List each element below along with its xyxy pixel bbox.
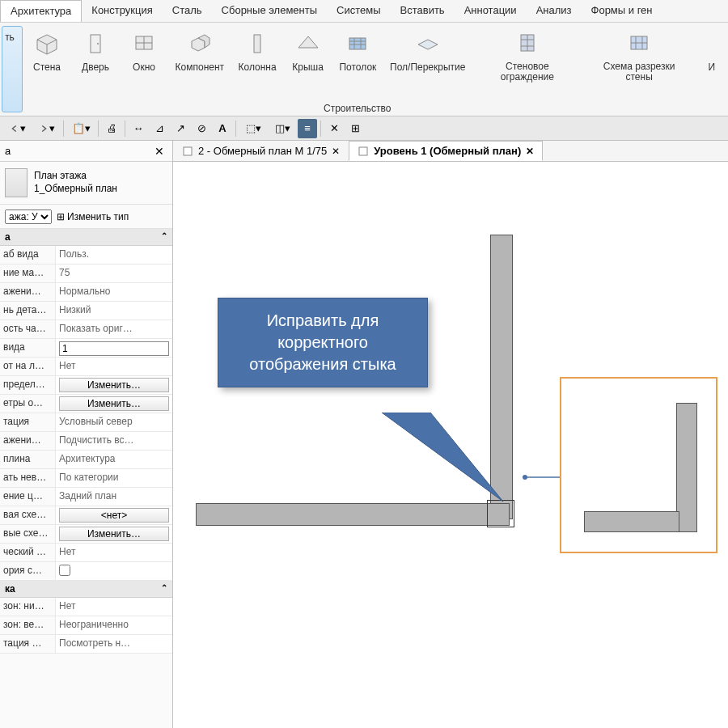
tab-close-button[interactable]: ✕: [332, 146, 340, 157]
curtaingrid-icon: [624, 28, 654, 58]
qat-sectionbox-button[interactable]: ◫▾: [269, 119, 296, 138]
qat-3dview-button[interactable]: ⬚▾: [239, 119, 267, 138]
qat-tag-button[interactable]: ⊘: [192, 119, 211, 138]
property-label: зон: ве…: [0, 616, 55, 634]
menu-systems[interactable]: Системы: [327, 0, 390, 22]
property-value[interactable]: Нет: [55, 598, 172, 616]
property-value[interactable]: Нет: [55, 544, 172, 561]
property-value[interactable]: Архитектура: [55, 451, 172, 468]
menu-annotate[interactable]: Аннотации: [455, 0, 527, 22]
qat-thinlines-button[interactable]: ≡: [298, 119, 317, 138]
property-value[interactable]: Задний план: [55, 488, 172, 506]
property-value[interactable]: [55, 339, 172, 357]
menu-precast[interactable]: Сборные элементы: [212, 0, 327, 22]
property-value[interactable]: Подчистить вс…: [55, 432, 172, 450]
menu-insert[interactable]: Вставить: [391, 0, 455, 22]
ribbon-door-button[interactable]: Дверь: [71, 23, 120, 116]
ribbon-floor-button[interactable]: Пол/Перекрытие: [383, 23, 472, 116]
property-label: зон: ни…: [0, 598, 55, 616]
property-row: ние ма…75: [0, 265, 172, 283]
qat-switch-window-button[interactable]: ⊞: [345, 119, 365, 138]
property-label: ажени…: [0, 432, 55, 450]
property-value[interactable]: По категории: [55, 469, 172, 487]
ribbon-component-button[interactable]: Компонент: [168, 23, 231, 116]
property-checkbox[interactable]: [59, 565, 70, 576]
property-value[interactable]: Нормально: [55, 283, 172, 301]
property-label: ать нев…: [0, 469, 55, 487]
property-label: от на л…: [0, 358, 55, 375]
ribbon-curtaingrid-label: Схема разрезки стены: [590, 61, 687, 83]
property-edit-button[interactable]: Изменить…: [59, 396, 169, 411]
ribbon-ceiling-button[interactable]: Потолок: [332, 23, 384, 116]
qat-text-button[interactable]: A: [213, 119, 232, 138]
edit-type-button[interactable]: ⊞ Изменить тип: [57, 211, 129, 222]
edit-type-icon: ⊞: [57, 211, 65, 222]
tab-level-1[interactable]: Уровень 1 (Обмерный план) ✕: [349, 141, 543, 161]
menu-bar: Архитектура Конструкция Сталь Сборные эл…: [0, 0, 728, 23]
property-edit-button[interactable]: Изменить…: [59, 378, 169, 392]
ribbon-more-button[interactable]: И: [696, 23, 728, 116]
qat-measure-button[interactable]: ↔: [129, 119, 148, 138]
properties-panel: а ✕ План этажа 1_Обмерный план ажа: Урс …: [0, 141, 173, 728]
menu-massing[interactable]: Формы и ген: [582, 0, 662, 22]
callout-pointer-icon: [382, 413, 511, 518]
qat-align-button[interactable]: ⊿: [150, 119, 169, 138]
sheet-icon: [182, 146, 193, 157]
menu-steel[interactable]: Сталь: [163, 0, 212, 22]
qat-separator: [235, 121, 236, 137]
property-value[interactable]: Нет: [55, 358, 172, 375]
properties-type-selector[interactable]: План этажа 1_Обмерный план: [0, 162, 172, 205]
qat-separator: [98, 121, 99, 137]
property-input[interactable]: [59, 341, 169, 356]
drawing-canvas[interactable]: Исправить для корректного отображения ст…: [173, 162, 728, 728]
menu-architecture[interactable]: Архитектура: [0, 0, 82, 22]
ribbon-wall-button[interactable]: Стена: [23, 23, 71, 116]
window-icon: [129, 28, 159, 58]
property-label: ость ча…: [0, 320, 55, 338]
ribbon-modify-button[interactable]: ть: [2, 26, 23, 112]
wall-icon: [32, 28, 62, 58]
qat-line-button[interactable]: ↗: [171, 119, 190, 138]
property-value[interactable]: Условный север: [55, 413, 172, 431]
properties-close-button[interactable]: ✕: [154, 145, 167, 158]
ribbon-roof-button[interactable]: Крыша: [284, 23, 332, 116]
property-value[interactable]: Показать ориг…: [55, 320, 172, 338]
qat-clipboard-button[interactable]: 📋▾: [67, 119, 95, 138]
svg-rect-0: [91, 35, 100, 53]
qat-undo-button[interactable]: ▾: [3, 119, 31, 138]
property-edit-button[interactable]: <нет>: [59, 508, 169, 523]
property-label: нь дета…: [0, 302, 55, 320]
property-value[interactable]: Неограниченно: [55, 616, 172, 634]
ribbon-column-button[interactable]: Колонна: [231, 23, 284, 116]
properties-filter-select[interactable]: ажа: Урс: [5, 210, 52, 224]
property-value[interactable]: Низкий: [55, 302, 172, 320]
plan-icon: [358, 146, 369, 157]
property-value[interactable]: Посмотреть н…: [55, 635, 172, 653]
properties-section-graphics[interactable]: а⌃: [0, 229, 172, 246]
qat-close-hidden-button[interactable]: ✕: [324, 119, 344, 138]
floor-icon: [413, 28, 443, 58]
ribbon-curtaingrid-button[interactable]: Схема разрезки стены: [582, 23, 695, 116]
ribbon-window-button[interactable]: Окно: [120, 23, 168, 116]
property-value[interactable]: Польз.: [55, 246, 172, 264]
ribbon-curtainwall-button[interactable]: Стеновое ограждение: [472, 23, 582, 116]
property-edit-button[interactable]: Изменить…: [59, 527, 169, 541]
more-icon: [696, 28, 727, 58]
tab-plan-2[interactable]: 2 - Обмерный план М 1/75 ✕: [173, 141, 349, 161]
menu-construction[interactable]: Конструкция: [82, 0, 162, 22]
properties-section-extents[interactable]: ка⌃: [0, 581, 172, 598]
property-label: ческий …: [0, 544, 55, 561]
qat-redo-button[interactable]: ▾: [32, 119, 60, 138]
ceiling-icon: [342, 28, 373, 58]
properties-filter-row: ажа: Урс ⊞ Изменить тип: [0, 205, 172, 229]
roof-icon: [293, 28, 324, 58]
property-value[interactable]: 75: [55, 265, 172, 282]
property-label: етры о…: [0, 395, 55, 413]
property-row: вая схе…<нет>: [0, 506, 172, 525]
qat-print-button[interactable]: 🖨: [102, 119, 121, 138]
property-row: вида: [0, 339, 172, 358]
tab-close-button[interactable]: ✕: [526, 146, 534, 157]
menu-analyze[interactable]: Анализ: [527, 0, 582, 22]
properties-title: а: [5, 145, 11, 157]
ribbon-ceiling-label: Потолок: [339, 61, 376, 73]
